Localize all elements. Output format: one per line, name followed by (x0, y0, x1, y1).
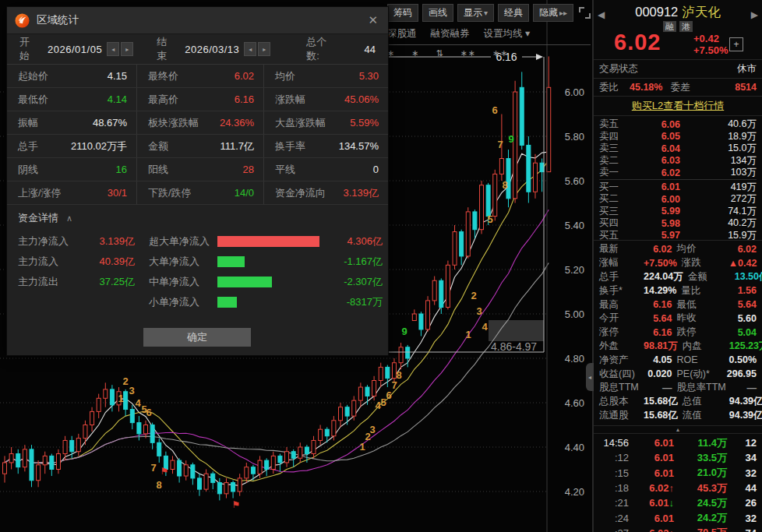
end-date-prev-button[interactable]: ◂ (244, 42, 256, 56)
order-book-row[interactable]: 卖三6.0415.0万 (599, 142, 757, 154)
detail-label: 换手* (599, 284, 644, 298)
fund-bar-row: 中单净流入-2.307亿 (149, 272, 383, 292)
detail-row: 总股本15.68亿总值94.39亿 (599, 395, 757, 409)
order-level-label: 卖五 (599, 118, 626, 131)
order-price: 6.02 (626, 167, 691, 178)
tick-count: 12 (732, 437, 757, 449)
panel-section-divider[interactable]: ▴ (594, 426, 762, 434)
order-level-label: 卖二 (599, 154, 626, 167)
toolbar-button-隐藏[interactable]: 隐藏▸▸ (533, 4, 573, 22)
start-date-next-button[interactable]: ▸ (121, 42, 133, 56)
order-volume: 15.9万 (691, 229, 757, 242)
detail-label: 最新 (599, 242, 644, 255)
confirm-button[interactable]: 确定 (143, 328, 251, 347)
svg-text:4.80: 4.80 (565, 353, 584, 365)
chart-toolbar: 筹码画线显示▾经典隐藏▸▸ 深股通融资融券设置均线 ▾ ∗∗⇅∗∗∗∗ (387, 4, 591, 58)
toolbar-menu-row: 深股通融资融券设置均线 ▾ (387, 27, 591, 45)
toolbar-button-画线[interactable]: 画线 (422, 4, 453, 22)
toolbar-button-筹码[interactable]: 筹码 (387, 4, 418, 22)
detail-value: 6.16 (644, 299, 677, 310)
l2-quote-link[interactable]: 购买L2查看十档行情 (632, 99, 724, 113)
detail-value: 15.68亿 (644, 395, 683, 408)
toolbar-button-显示[interactable]: 显示▾ (457, 4, 494, 22)
detail-value: 15.68亿 (644, 409, 683, 422)
close-icon[interactable]: ✕ (365, 13, 380, 27)
order-book-row[interactable]: 买二6.00272万 (599, 192, 757, 205)
toolbar-menu-item[interactable]: 融资融券 (431, 27, 470, 41)
order-book-row[interactable]: 买四5.9840.2万 (599, 217, 757, 229)
fund-left-row: 主力流出37.25亿 (18, 272, 135, 292)
toolbar-button-经典[interactable]: 经典 (498, 4, 529, 22)
fullscreen-icon[interactable] (579, 7, 591, 19)
order-book-row[interactable]: 卖一6.02103万 (599, 166, 757, 178)
order-price: 6.03 (626, 155, 691, 166)
svg-text:1: 1 (118, 393, 123, 404)
change-value: +0.42 (693, 33, 728, 44)
toolbar-menu-item[interactable]: 深股通 (387, 27, 417, 41)
tick-volume: 24.2万 (674, 511, 732, 525)
order-book-row[interactable]: 卖五6.0640.6万 (599, 118, 757, 130)
toolbar-marker-icons: ∗∗⇅∗∗∗∗ (387, 48, 591, 58)
fund-detail-header[interactable]: 资金详情 ∧ (7, 206, 388, 230)
statistic-value: 6.02 (235, 70, 254, 82)
order-book-row[interactable]: 卖四6.0518.9万 (599, 130, 757, 143)
svg-text:9: 9 (401, 326, 407, 337)
fund-left-column: 主力净流入3.139亿主力流入40.39亿主力流出37.25亿 (18, 231, 135, 292)
statistic-label: 板块涨跌幅 (148, 116, 199, 130)
end-date-next-button[interactable]: ▸ (258, 42, 270, 56)
start-date-prev-button[interactable]: ◂ (107, 42, 119, 56)
tick-volume: 45.3万 (674, 481, 732, 495)
dialog-titlebar[interactable]: 区域统计 ✕ (7, 7, 388, 34)
statistics-row: 上涨/涨停30/1下跌/跌停14/0资金净流向3.139亿 (7, 181, 388, 205)
statistic-label: 均价 (275, 69, 295, 83)
statistics-row: 振幅48.67%板块涨跌幅24.36%大盘涨跌幅5.59% (7, 111, 388, 135)
statistic-value: 4.15 (108, 70, 127, 82)
panel-collapse-handle[interactable]: ◂ (586, 363, 594, 391)
statistic-value: 30/1 (108, 187, 127, 199)
statistic-value: 48.67% (93, 117, 127, 129)
statistic-label: 平线 (275, 163, 295, 177)
order-book-row[interactable]: 买一6.01419万 (599, 181, 757, 193)
tick-volume: 70.5万 (674, 526, 732, 532)
detail-value: 6.02 (724, 244, 757, 255)
tick-price: 6.01↓ (632, 497, 674, 509)
detail-label: 最高 (599, 298, 644, 312)
toolbar-menu-item[interactable]: 设置均线 ▾ (484, 27, 531, 41)
detail-value: 4.05 (644, 354, 677, 365)
statistic-value: 3.139亿 (343, 186, 379, 200)
detail-label: 总值 (683, 395, 729, 408)
detail-row: 外盘98.81万内盘125.23万 (599, 340, 757, 354)
statistic-value: 0 (373, 164, 379, 175)
order-price: 5.99 (626, 206, 691, 217)
svg-text:4.60: 4.60 (565, 397, 584, 409)
end-date-value[interactable]: 2026/03/13 (185, 44, 239, 55)
tick-price: 6.02↑ (632, 482, 674, 494)
price-change: +0.42 +7.50% (693, 33, 728, 56)
trading-status-label: 交易状态 (599, 62, 638, 76)
fund-left-row: 主力流入40.39亿 (18, 252, 135, 272)
statistic-value: 28 (243, 164, 254, 175)
tick-count: 32 (732, 467, 757, 479)
svg-text:⚑: ⚑ (232, 499, 241, 510)
region-statistics-dialog: 区域统计 ✕ 开始 2026/01/05 ◂ ▸ 结束 2026/03/13 ◂… (6, 6, 389, 356)
detail-row: 涨停6.16跌停5.04 (599, 326, 757, 340)
detail-value: 14.29% (644, 285, 681, 296)
order-book-row[interactable]: 买五5.9715.9万 (599, 229, 757, 241)
order-volume: 15.0万 (691, 142, 757, 155)
svg-text:5: 5 (487, 213, 492, 225)
tick-time: :18 (599, 482, 632, 494)
order-book-row[interactable]: 卖二6.03134万 (599, 154, 757, 167)
collapse-chevron-icon[interactable]: ∧ (66, 213, 72, 224)
order-level-label: 买二 (599, 192, 626, 206)
start-date-value[interactable]: 2026/01/05 (48, 44, 102, 55)
svg-text:1: 1 (359, 441, 365, 453)
tick-volume: 33.5万 (674, 451, 732, 465)
detail-value: 13.50亿 (735, 270, 762, 284)
fund-bar-label: 小单净流入 (149, 295, 216, 309)
order-level-label: 买五 (599, 229, 626, 242)
order-book-row[interactable]: 买三5.9974.1万 (599, 205, 757, 217)
svg-text:8: 8 (502, 179, 507, 191)
fund-value: 3.139亿 (85, 234, 135, 248)
statistics-row: 最低价4.14最高价6.16涨跌幅45.06% (7, 88, 388, 111)
add-to-watchlist-button[interactable]: + (729, 37, 743, 51)
